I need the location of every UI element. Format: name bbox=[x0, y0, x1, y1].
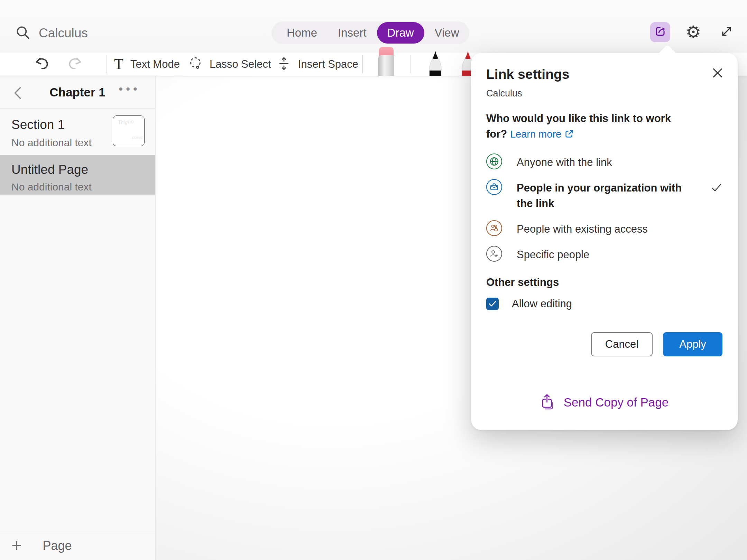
lasso-select-button[interactable]: Lasso Select bbox=[187, 53, 271, 76]
option-specific-people[interactable]: Specific people bbox=[486, 246, 722, 262]
fullscreen-button[interactable] bbox=[717, 22, 737, 42]
toolbar-divider bbox=[410, 55, 411, 73]
page-title: Untitled Page bbox=[11, 162, 88, 177]
tab-home[interactable]: Home bbox=[276, 22, 328, 44]
sidebar-header: Chapter 1 ••• bbox=[0, 76, 155, 109]
black-pen-tool[interactable] bbox=[426, 50, 445, 77]
person-add-icon bbox=[486, 246, 502, 262]
settings-button[interactable]: ⚙ bbox=[683, 22, 703, 42]
eraser-tool[interactable] bbox=[378, 47, 394, 76]
allow-editing-row[interactable]: Allow editing bbox=[486, 298, 722, 310]
option-anyone-with-link[interactable]: Anyone with the link bbox=[486, 153, 722, 170]
undo-icon bbox=[33, 55, 51, 73]
option-label: People with existing access bbox=[517, 220, 648, 237]
briefcase-icon bbox=[486, 179, 502, 195]
plus-icon: + bbox=[11, 539, 22, 553]
popover-title: Link settings bbox=[486, 67, 722, 82]
globe-icon bbox=[486, 153, 502, 169]
page-list-sidebar: Chapter 1 ••• Section 1 No additional te… bbox=[0, 76, 155, 560]
add-page-button[interactable]: Page bbox=[43, 539, 72, 553]
expand-icon bbox=[719, 24, 734, 40]
lasso-select-label: Lasso Select bbox=[210, 58, 271, 71]
notebook-search[interactable]: Calculus bbox=[15, 25, 88, 41]
page-thumbnail: Trigno cosec bbox=[113, 115, 145, 146]
insert-space-label: Insert Space bbox=[298, 58, 358, 71]
tab-insert[interactable]: Insert bbox=[328, 22, 377, 44]
allow-editing-checkbox[interactable] bbox=[486, 298, 499, 310]
share-up-icon bbox=[540, 393, 555, 411]
redo-button[interactable] bbox=[66, 53, 84, 76]
cancel-button[interactable]: Cancel bbox=[591, 332, 653, 356]
popover-actions: Cancel Apply bbox=[486, 332, 722, 356]
link-audience-question: Who would you like this link to work for… bbox=[486, 111, 694, 143]
page-list-item-section1[interactable]: Section 1 No additional text Trigno cose… bbox=[0, 109, 155, 153]
external-link-icon bbox=[564, 128, 574, 143]
option-label: Anyone with the link bbox=[517, 153, 612, 170]
toolbar-divider bbox=[362, 55, 363, 73]
page-list-item-untitled-selected[interactable]: Untitled Page No additional text bbox=[0, 155, 155, 195]
black-pen-icon bbox=[426, 50, 445, 76]
search-label: Calculus bbox=[39, 26, 88, 40]
close-button[interactable] bbox=[709, 65, 726, 81]
top-actions: ⚙ bbox=[650, 22, 737, 42]
selected-check-icon bbox=[711, 183, 722, 194]
top-header: Calculus Home Insert Draw View ⚙ bbox=[0, 0, 747, 53]
lasso-icon bbox=[187, 56, 203, 73]
ribbon-tabbar: Home Insert Draw View bbox=[271, 21, 469, 44]
toolbar-divider bbox=[106, 55, 107, 73]
option-label: People in your organization with the lin… bbox=[517, 179, 698, 211]
other-settings-heading: Other settings bbox=[486, 276, 722, 289]
insert-space-icon bbox=[277, 56, 291, 73]
check-icon bbox=[488, 300, 497, 307]
allow-editing-label: Allow editing bbox=[512, 298, 572, 310]
text-mode-button[interactable]: T Text Mode bbox=[114, 53, 180, 76]
page-subtitle: No additional text bbox=[11, 137, 92, 149]
insert-space-button[interactable]: Insert Space bbox=[277, 53, 358, 76]
text-mode-label: Text Mode bbox=[130, 58, 180, 71]
undo-button[interactable] bbox=[33, 53, 51, 76]
redo-icon bbox=[66, 55, 84, 73]
apply-button[interactable]: Apply bbox=[663, 332, 722, 356]
send-copy-button[interactable]: Send Copy of Page bbox=[486, 393, 722, 413]
sidebar-footer: + Page bbox=[0, 531, 155, 560]
page-subtitle: No additional text bbox=[11, 181, 92, 193]
send-copy-label: Send Copy of Page bbox=[564, 395, 669, 409]
option-existing-access[interactable]: People with existing access bbox=[486, 220, 722, 237]
gear-icon: ⚙ bbox=[686, 24, 701, 41]
link-settings-popover: Link settings Calculus Who would you lik… bbox=[471, 53, 738, 430]
learn-more-link[interactable]: Learn more bbox=[510, 129, 561, 140]
tab-view[interactable]: View bbox=[424, 22, 470, 44]
popover-subtitle: Calculus bbox=[486, 88, 722, 99]
close-icon bbox=[710, 66, 725, 80]
page-title: Section 1 bbox=[11, 118, 65, 132]
share-button[interactable] bbox=[650, 22, 670, 42]
link-audience-options: Anyone with the link People in your orga… bbox=[486, 153, 722, 262]
share-icon bbox=[654, 25, 667, 39]
people-lock-icon bbox=[486, 220, 502, 236]
option-people-in-org[interactable]: People in your organization with the lin… bbox=[486, 179, 722, 211]
text-mode-icon: T bbox=[114, 57, 123, 72]
search-icon bbox=[15, 25, 30, 41]
option-label: Specific people bbox=[517, 246, 589, 262]
more-options-icon[interactable]: ••• bbox=[119, 82, 140, 96]
tab-draw[interactable]: Draw bbox=[377, 22, 424, 44]
